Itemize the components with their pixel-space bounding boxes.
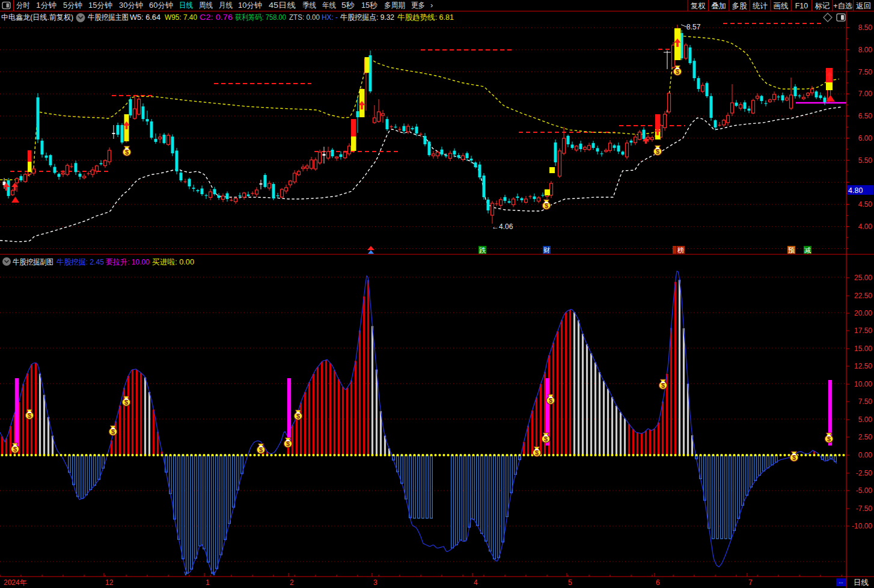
- svg-text:∨: ∨: [183, 569, 188, 577]
- svg-text:4: 4: [474, 578, 478, 587]
- svg-text:$: $: [111, 428, 115, 435]
- svg-text:要拉升: 10.00: 要拉升: 10.00: [106, 258, 150, 266]
- svg-text:牛股挖掘主图: 牛股挖掘主图: [88, 13, 129, 22]
- svg-text:-7.50: -7.50: [856, 504, 873, 513]
- svg-text:获利筹码: 758.00: 获利筹码: 758.00: [235, 13, 286, 22]
- svg-text:更多: 更多: [411, 1, 425, 10]
- svg-text:$: $: [792, 454, 796, 461]
- svg-text:15秒: 15秒: [361, 1, 378, 10]
- svg-text:+自选: +自选: [833, 2, 852, 10]
- svg-text:7.50: 7.50: [858, 397, 873, 406]
- svg-text:$: $: [545, 202, 548, 209]
- svg-text:多股: 多股: [732, 2, 748, 10]
- svg-text:$: $: [125, 149, 129, 156]
- svg-text:减: 减: [804, 247, 811, 254]
- svg-text:牛股挖掘副图: 牛股挖掘副图: [13, 258, 53, 266]
- svg-text:牛股挖掘: 2.45: 牛股挖掘: 2.45: [57, 258, 104, 266]
- svg-text:25.00: 25.00: [854, 274, 872, 282]
- svg-text:-2.50: -2.50: [856, 469, 873, 477]
- svg-text:0.00: 0.00: [858, 451, 873, 459]
- svg-text:W5: 6.64: W5: 6.64: [130, 13, 160, 22]
- svg-text:$: $: [661, 382, 665, 389]
- svg-text:7.50: 7.50: [858, 68, 873, 76]
- svg-text:牛股挖掘点: 9.32: 牛股挖掘点: 9.32: [340, 13, 394, 22]
- svg-text:4.00: 4.00: [858, 222, 873, 231]
- svg-text:3: 3: [373, 578, 377, 587]
- svg-text:1: 1: [206, 578, 210, 587]
- svg-text:7: 7: [748, 578, 753, 587]
- svg-text:∨: ∨: [212, 569, 216, 577]
- svg-text:ZTS: 0.00: ZTS: 0.00: [289, 13, 320, 22]
- svg-text:季线: 季线: [302, 1, 316, 10]
- svg-text:4.50: 4.50: [858, 200, 873, 209]
- svg-text:60分钟: 60分钟: [149, 1, 173, 10]
- svg-text:年线: 年线: [322, 1, 336, 10]
- svg-text:日线: 日线: [854, 578, 869, 587]
- svg-text:22.50: 22.50: [854, 292, 872, 300]
- svg-text:10分钟: 10分钟: [238, 1, 262, 10]
- svg-text:榜: 榜: [677, 247, 684, 254]
- svg-text:$: $: [28, 412, 31, 419]
- svg-text:30分钟: 30分钟: [119, 1, 143, 10]
- svg-text:$: $: [259, 446, 263, 453]
- svg-text:15分钟: 15分钟: [88, 1, 112, 10]
- svg-text:6.00: 6.00: [858, 134, 873, 142]
- svg-text:4.80: 4.80: [848, 186, 863, 195]
- svg-text:17.50: 17.50: [854, 326, 872, 335]
- svg-text:8.00: 8.00: [858, 46, 873, 54]
- svg-text:日线: 日线: [179, 1, 193, 10]
- svg-text:$: $: [296, 412, 300, 420]
- svg-text:分时: 分时: [16, 1, 30, 10]
- svg-text:买进啦: 0.00: 买进啦: 0.00: [152, 258, 194, 266]
- svg-text:财: 财: [543, 247, 550, 254]
- svg-text:←4.06: ←4.06: [492, 222, 513, 231]
- svg-text:-5.00: -5.00: [856, 486, 873, 495]
- svg-text:$: $: [827, 435, 831, 443]
- svg-text:15.00: 15.00: [854, 345, 872, 353]
- svg-text:10.00: 10.00: [854, 380, 872, 388]
- svg-text:标记: 标记: [814, 2, 830, 10]
- svg-text:8.57: 8.57: [686, 23, 701, 31]
- svg-text:C2: 0.76: C2: 0.76: [200, 13, 233, 22]
- svg-text:45日线: 45日线: [269, 1, 296, 10]
- svg-text:--: --: [839, 578, 843, 586]
- svg-text:-10.00: -10.00: [852, 522, 872, 530]
- svg-text:1分钟: 1分钟: [36, 1, 57, 10]
- svg-text:叠加: 叠加: [711, 2, 726, 10]
- svg-text:12: 12: [105, 578, 114, 587]
- svg-text:2.50: 2.50: [858, 433, 873, 441]
- svg-text:20.00: 20.00: [854, 309, 872, 317]
- svg-text:$: $: [676, 68, 679, 75]
- svg-text:$: $: [286, 440, 290, 447]
- svg-text:5秒: 5秒: [341, 1, 355, 10]
- svg-text:周线: 周线: [199, 1, 213, 10]
- svg-text:5分钟: 5分钟: [63, 1, 82, 10]
- svg-text:F10: F10: [795, 2, 808, 10]
- svg-text:HX: -: HX: -: [322, 13, 338, 22]
- svg-text:$: $: [13, 446, 17, 453]
- svg-text:牛股趋势线: 6.81: 牛股趋势线: 6.81: [397, 13, 454, 22]
- svg-text:多周期: 多周期: [384, 1, 405, 10]
- svg-text:2: 2: [290, 578, 294, 587]
- svg-text:$: $: [124, 399, 128, 406]
- svg-text:›: ›: [430, 1, 433, 10]
- svg-text:复权: 复权: [691, 2, 706, 10]
- svg-text:5.00: 5.00: [858, 415, 873, 424]
- svg-text:统计: 统计: [753, 2, 768, 10]
- svg-text:$: $: [549, 397, 552, 404]
- svg-text:12.50: 12.50: [854, 362, 872, 370]
- svg-text:7.00: 7.00: [858, 90, 873, 98]
- svg-text:6.50: 6.50: [858, 112, 873, 120]
- svg-text:跌: 跌: [479, 247, 486, 254]
- svg-text:返回: 返回: [856, 2, 871, 10]
- svg-text:中电鑫龙(日线.前复权): 中电鑫龙(日线.前复权): [1, 13, 73, 22]
- svg-text:$: $: [544, 435, 548, 443]
- svg-text:5.50: 5.50: [858, 156, 873, 165]
- svg-text:$: $: [656, 148, 659, 155]
- svg-text:8.50: 8.50: [858, 23, 873, 32]
- svg-text:5: 5: [568, 578, 572, 587]
- svg-text:2024年: 2024年: [4, 578, 27, 587]
- svg-text:$: $: [535, 449, 539, 456]
- svg-text:6: 6: [656, 578, 660, 587]
- svg-text:画线: 画线: [774, 2, 789, 10]
